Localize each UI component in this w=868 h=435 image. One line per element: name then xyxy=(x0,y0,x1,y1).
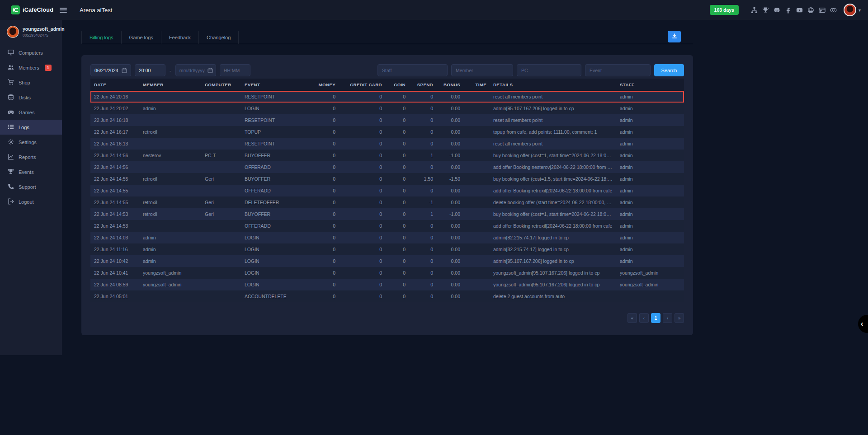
sidebar-item-members[interactable]: Members1 xyxy=(0,60,62,75)
subscription-days-badge[interactable]: 103 days xyxy=(710,5,739,15)
pc-filter-input[interactable] xyxy=(517,64,581,76)
table-row[interactable]: 22 Jun 24 10:42adminLOGIN00000.00admin[9… xyxy=(90,255,684,267)
logout-icon xyxy=(8,198,14,206)
cell-coin: 0 xyxy=(385,294,409,299)
cell-credit_card: 0 xyxy=(339,106,385,111)
sidebar-item-settings[interactable]: Settings xyxy=(0,135,62,150)
globe-icon[interactable] xyxy=(807,6,815,14)
sidebar-item-logs[interactable]: Logs xyxy=(0,120,62,135)
cell-details: add offer Booking nesterov|2024-06-22 18… xyxy=(490,164,616,170)
cell-member: youngzsoft_admin xyxy=(139,270,201,276)
col-header-event: EVENT xyxy=(241,82,306,87)
cell-bonus: 0.00 xyxy=(436,223,463,229)
cell-event: TOPUP xyxy=(241,129,306,135)
search-button[interactable]: Search xyxy=(654,64,684,76)
cell-credit_card: 0 xyxy=(339,282,385,287)
disks-icon xyxy=(8,94,14,101)
cell-coin: 0 xyxy=(385,164,409,170)
cell-date: 22 Jun 24 16:18 xyxy=(90,117,139,123)
date-to-input[interactable]: mm/dd/yyyy xyxy=(175,64,216,76)
table-row[interactable]: 22 Jun 24 10:41youngzsoft_adminLOGIN0000… xyxy=(90,267,684,279)
table-row[interactable]: 22 Jun 24 16:18RESETPOINT00000.00reset a… xyxy=(90,114,684,126)
sidebar-item-reports[interactable]: Reports xyxy=(0,150,62,164)
cell-date: 22 Jun 24 10:41 xyxy=(90,270,139,276)
cell-member: retroxil xyxy=(139,176,201,182)
sidebar-item-support[interactable]: Support xyxy=(0,179,62,194)
tab-billing-logs[interactable]: Billing logs xyxy=(81,31,122,44)
tab-game-logs[interactable]: Game logs xyxy=(122,31,161,44)
sidebar-item-disks[interactable]: Disks xyxy=(0,90,62,105)
billing-icon[interactable] xyxy=(818,6,826,14)
sidebar-item-logout[interactable]: Logout xyxy=(0,194,62,209)
staff-filter-input[interactable] xyxy=(377,64,448,76)
sitemap-icon[interactable] xyxy=(750,6,758,14)
cell-money: 0 xyxy=(306,294,339,299)
tab-feedback[interactable]: Feedback xyxy=(161,31,199,44)
cell-spend: 0 xyxy=(409,235,436,240)
cell-coin: 0 xyxy=(385,176,409,182)
user-avatar[interactable] xyxy=(844,4,856,16)
partners-icon[interactable] xyxy=(830,6,837,14)
cell-staff: admin xyxy=(616,223,684,229)
table-row[interactable]: 22 Jun 24 14:53retroxilGeriBUYOFFER0001-… xyxy=(90,208,684,220)
table-row[interactable]: 22 Jun 24 11:16adminLOGIN00000.00admin[8… xyxy=(90,243,684,255)
sidebar-item-events[interactable]: Events xyxy=(0,164,62,179)
cell-spend: 0 xyxy=(409,247,436,252)
table-row[interactable]: 22 Jun 24 14:56OFFERADD00000.00add offer… xyxy=(90,161,684,173)
cell-money: 0 xyxy=(306,164,339,170)
member-filter-input[interactable] xyxy=(451,64,513,76)
cell-date: 22 Jun 24 14:55 xyxy=(90,188,139,193)
table-row[interactable]: 22 Jun 24 14:55OFFERADD00000.00add offer… xyxy=(90,185,684,196)
discord-icon[interactable] xyxy=(773,6,781,14)
youtube-icon[interactable] xyxy=(796,6,803,14)
facebook-icon[interactable] xyxy=(784,6,792,14)
table-row[interactable]: 22 Jun 24 14:55retroxilGeriDELETEOFFER00… xyxy=(90,196,684,208)
cell-details: delete 2 guest accounts from auto xyxy=(490,294,616,299)
page-title: Arena aiTest xyxy=(80,7,112,14)
table-row[interactable]: 22 Jun 24 14:53OFFERADD00000.00add offer… xyxy=(90,220,684,232)
last-page-button[interactable]: » xyxy=(675,313,684,323)
tabs: Billing logsGame logsFeedbackChangelog xyxy=(81,31,239,44)
table-row[interactable]: 22 Jun 24 08:59youngzsoft_adminLOGIN0000… xyxy=(90,279,684,290)
page-1-button[interactable]: 1 xyxy=(651,313,660,323)
cell-details: reset all members point xyxy=(490,94,616,99)
sidebar-item-shop[interactable]: Shop xyxy=(0,75,62,90)
sidebar-item-computers[interactable]: Computers xyxy=(0,45,62,60)
cell-coin: 0 xyxy=(385,200,409,205)
cell-credit_card: 0 xyxy=(339,223,385,229)
sidebar-user-block[interactable]: youngzsoft_admin 005193482475 xyxy=(0,20,62,43)
tab-changelog[interactable]: Changelog xyxy=(199,31,239,44)
time-from-input[interactable]: 20:00 xyxy=(135,64,165,76)
sidebar-item-games[interactable]: Games xyxy=(0,105,62,120)
calendar-icon[interactable] xyxy=(208,68,213,73)
table-row[interactable]: 22 Jun 24 14:56nesterovPC-TBUYOFFER0001-… xyxy=(90,150,684,161)
calendar-icon[interactable] xyxy=(122,68,127,73)
table-row[interactable]: 22 Jun 24 20:16RESETPOINT00000.00reset a… xyxy=(90,91,684,103)
table-row[interactable]: 22 Jun 24 14:55retroxilGeriBUYOFFER0001.… xyxy=(90,173,684,185)
cell-spend: 0 xyxy=(409,117,436,123)
table-row[interactable]: 22 Jun 24 16:17retroxilTOPUP00000.00topu… xyxy=(90,126,684,138)
cell-staff: admin xyxy=(616,94,684,99)
brand-area[interactable]: iCafeCloud xyxy=(0,5,53,14)
cell-staff: admin xyxy=(616,106,684,111)
cell-staff: admin xyxy=(616,200,684,205)
cell-coin: 0 xyxy=(385,106,409,111)
brand-name: iCafeCloud xyxy=(23,7,53,13)
chevron-down-icon[interactable]: ▾ xyxy=(859,8,861,13)
cell-spend: 0 xyxy=(409,270,436,276)
cell-bonus: 0.00 xyxy=(436,270,463,276)
table-row[interactable]: 22 Jun 24 16:13RESETPOINT00000.00reset a… xyxy=(90,138,684,150)
date-from-input[interactable]: 06/21/2024 xyxy=(90,64,131,76)
menu-toggle-button[interactable] xyxy=(60,8,67,13)
table-row[interactable]: 22 Jun 24 20:02adminLOGIN00000.00admin[9… xyxy=(90,103,684,114)
prev-page-button[interactable]: ‹ xyxy=(639,313,649,323)
table-row[interactable]: 22 Jun 24 14:03adminLOGIN00000.00admin[8… xyxy=(90,232,684,243)
export-download-button[interactable] xyxy=(668,31,681,42)
table-row[interactable]: 22 Jun 24 05:01ACCOUNTDELETE00000.00dele… xyxy=(90,290,684,302)
trophy-icon[interactable] xyxy=(762,6,769,14)
event-filter-input[interactable] xyxy=(585,64,651,76)
pagination: «‹1›» xyxy=(90,313,684,323)
first-page-button[interactable]: « xyxy=(627,313,637,323)
time-to-input[interactable]: HH:MM xyxy=(220,64,250,76)
next-page-button[interactable]: › xyxy=(663,313,672,323)
